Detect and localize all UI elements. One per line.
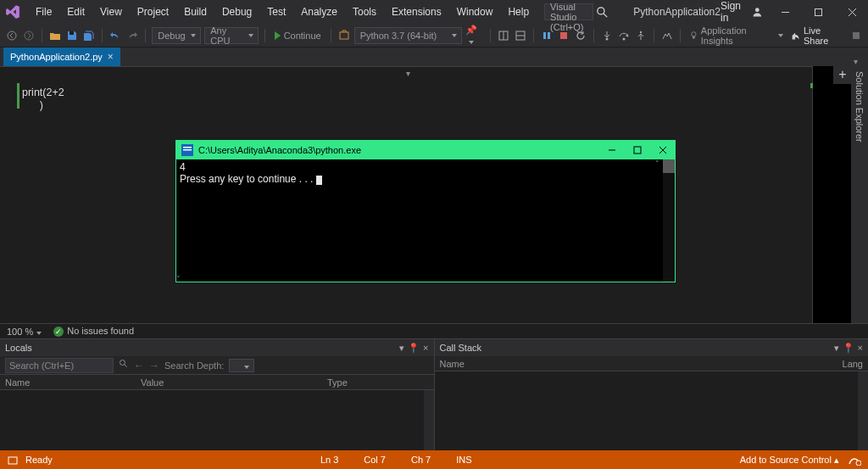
console-scrollbar[interactable]: [663, 159, 675, 282]
environment-dropdown[interactable]: Python 3.7 (64-bit): [354, 27, 463, 44]
close-button[interactable]: [842, 3, 863, 21]
console-output[interactable]: ˄ ˅ 4Press any key to continue . . .: [176, 159, 675, 282]
menu-file[interactable]: File: [29, 3, 58, 21]
menu-edit[interactable]: Edit: [60, 3, 92, 21]
col-type[interactable]: Type: [327, 377, 429, 388]
svg-line-25: [125, 365, 127, 367]
panel-close-icon[interactable]: ×: [858, 343, 863, 354]
menu-help[interactable]: Help: [501, 3, 536, 21]
callstack-header[interactable]: Call Stack ▾ 📍 ×: [435, 339, 869, 356]
step-into-icon[interactable]: [600, 28, 614, 43]
locals-scrollbar[interactable]: [424, 390, 434, 457]
issues-status[interactable]: ✓No issues found: [53, 326, 134, 337]
overview-map[interactable]: +: [812, 66, 851, 323]
attach-icon[interactable]: [337, 28, 351, 43]
bulb-icon: [690, 31, 698, 41]
callstack-body: [435, 371, 869, 457]
menu-extensions[interactable]: Extensions: [385, 3, 448, 21]
code-content: print(2+2 ): [22, 86, 64, 111]
live-share-button[interactable]: Live Share: [790, 25, 843, 46]
col-value[interactable]: Value: [141, 377, 327, 388]
stop-icon[interactable]: [557, 28, 570, 43]
layout-icon[interactable]: [497, 28, 510, 43]
panel-close-icon[interactable]: ×: [423, 343, 428, 354]
panel-pin-icon[interactable]: 📍: [843, 343, 854, 354]
panel-pin-icon[interactable]: 📍: [408, 343, 420, 354]
source-control-button[interactable]: Add to Source Control ▴: [740, 455, 839, 466]
undo-icon[interactable]: [108, 28, 122, 43]
minimize-button[interactable]: [775, 3, 796, 21]
status-col[interactable]: Col 7: [364, 455, 386, 465]
console-close-icon[interactable]: [656, 143, 670, 157]
status-ins[interactable]: INS: [456, 455, 471, 465]
cs-col-lang[interactable]: Lang: [843, 359, 863, 369]
menu-build[interactable]: Build: [177, 3, 214, 21]
search-depth-dropdown[interactable]: [229, 359, 254, 372]
intellitrace-icon[interactable]: [660, 28, 674, 43]
svg-rect-29: [183, 147, 192, 148]
svg-rect-32: [634, 147, 641, 154]
layout2-icon[interactable]: [514, 28, 527, 43]
app-insights-button[interactable]: Application Insights: [687, 25, 787, 46]
notifications-icon[interactable]: [849, 28, 863, 43]
console-title-text: C:\Users\Aditya\Anaconda3\python.exe: [198, 145, 361, 155]
console-window: C:\Users\Aditya\Anaconda3\python.exe ˄ ˅…: [175, 140, 676, 282]
env-pin-dropdown[interactable]: 📌: [465, 25, 483, 46]
maximize-button[interactable]: [808, 3, 829, 21]
menu-test[interactable]: Test: [260, 3, 292, 21]
cs-col-name[interactable]: Name: [440, 359, 843, 369]
status-ln[interactable]: Ln 3: [320, 455, 338, 465]
search-next-icon[interactable]: →: [149, 360, 159, 371]
step-over-icon[interactable]: [617, 28, 631, 43]
redo-icon[interactable]: [125, 28, 139, 43]
locals-header[interactable]: Locals ▾ 📍 ×: [0, 339, 434, 356]
navbar-dropdown-icon[interactable]: ▾: [406, 69, 410, 78]
menu-window[interactable]: Window: [450, 3, 500, 21]
col-name[interactable]: Name: [5, 377, 141, 388]
callstack-scrollbar[interactable]: [858, 371, 868, 457]
svg-point-20: [640, 31, 642, 32]
add-column-icon[interactable]: +: [833, 65, 852, 84]
menu-analyze[interactable]: Analyze: [294, 3, 344, 21]
search-icon[interactable]: [597, 3, 608, 21]
console-titlebar[interactable]: C:\Users\Aditya\Anaconda3\python.exe: [176, 141, 675, 159]
console-minimize-icon[interactable]: [605, 143, 619, 157]
global-search-input[interactable]: Search Visual Studio (Ctrl+Q): [544, 3, 593, 20]
solution-name: PythonApplication2: [633, 6, 721, 18]
save-icon[interactable]: [65, 28, 79, 43]
menu-view[interactable]: View: [93, 3, 129, 21]
restart-icon[interactable]: [574, 28, 587, 43]
solution-explorer-tab[interactable]: Solution Explorer: [854, 71, 865, 142]
config-dropdown[interactable]: Debug: [152, 27, 201, 44]
nav-forward-icon[interactable]: [22, 28, 36, 43]
console-maximize-icon[interactable]: [631, 143, 644, 157]
platform-dropdown[interactable]: Any CPU: [204, 27, 259, 44]
nav-back-icon[interactable]: [5, 28, 19, 43]
save-all-icon[interactable]: [82, 28, 96, 43]
live-share-icon: [790, 31, 800, 41]
open-file-icon[interactable]: [48, 28, 62, 43]
notifications-status-icon[interactable]: [848, 454, 861, 466]
menu-debug[interactable]: Debug: [215, 3, 259, 21]
menu-project[interactable]: Project: [131, 3, 175, 21]
menu-tools[interactable]: Tools: [346, 3, 383, 21]
pause-icon[interactable]: [540, 28, 554, 43]
status-ch[interactable]: Ch 7: [411, 455, 431, 465]
step-out-icon[interactable]: [634, 28, 648, 43]
panel-dropdown-icon[interactable]: ▾: [399, 343, 404, 354]
tab-close-icon[interactable]: ×: [108, 51, 114, 63]
continue-button[interactable]: Continue: [271, 31, 325, 41]
sign-in-button[interactable]: Sign in: [721, 0, 763, 24]
tabs-overflow-icon[interactable]: ▾: [854, 57, 858, 66]
panel-dropdown-icon[interactable]: ▾: [834, 343, 839, 354]
locals-search-input[interactable]: Search (Ctrl+E): [5, 358, 114, 373]
user-icon: [752, 6, 763, 18]
search-prev-icon[interactable]: ←: [134, 360, 144, 371]
console-scroll-up-icon[interactable]: ˄: [655, 159, 659, 168]
editor-status-strip: 100 % ✓No issues found: [0, 323, 868, 338]
locals-search-icon[interactable]: [119, 359, 129, 371]
tab-active[interactable]: PythonApplication2.py ×: [3, 47, 120, 66]
zoom-level[interactable]: 100 %: [7, 327, 42, 337]
console-scroll-down-icon[interactable]: ˅: [176, 275, 185, 282]
svg-rect-15: [543, 32, 546, 39]
